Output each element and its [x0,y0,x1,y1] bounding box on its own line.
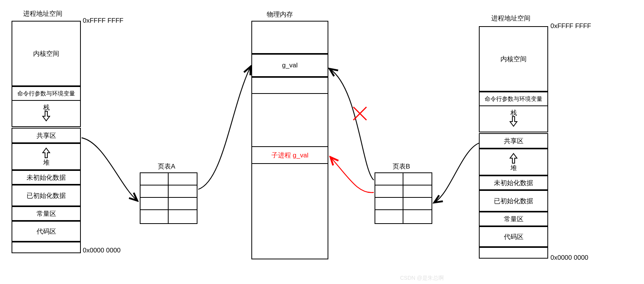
left-stack: 栈 [12,100,81,127]
right-env-label: 命令行参数与环境变量 [485,95,542,103]
left-title: 进程地址空间 [23,9,62,18]
phys-slot-0 [251,21,328,54]
right-title: 进程地址空间 [491,14,530,23]
left-stack-label: 栈 [43,104,50,111]
right-heap: 堆 [479,149,548,175]
phys-child-gval-label: 子进程 g_val [271,151,308,160]
left-text: 代码区 [12,221,81,242]
right-text: 代码区 [479,226,548,247]
phys-child-gval: 子进程 g_val [251,146,328,164]
pta-title: 页表A [158,162,175,171]
left-heap: 堆 [12,143,81,170]
page-table-b [375,172,432,225]
right-low-addr: 0x0000 0000 [550,254,588,262]
right-env: 命令行参数与环境变量 [479,92,548,106]
phys-slot-2 [251,77,328,94]
right-bss: 未初始化数据 [479,175,548,190]
right-rodata: 常量区 [479,212,548,226]
right-heap-label: 堆 [510,165,517,171]
right-high-addr: 0xFFFF FFFF [550,22,591,30]
watermark: CSDN @是朱总啊 [400,275,444,282]
left-heap-label: 堆 [43,159,50,166]
right-stack: 栈 [479,105,548,132]
left-kernel: 内核空间 [12,21,81,86]
left-low-addr: 0x0000 0000 [83,247,120,254]
down-arrow-glyph [42,111,50,123]
right-stack-label: 栈 [510,110,517,116]
left-env: 命令行参数与环境变量 [12,86,81,101]
right-kernel: 内核空间 [479,26,548,92]
left-shared: 共享区 [12,128,81,143]
left-rodata: 常量区 [12,206,81,221]
phys-gval: g_val [251,54,328,77]
left-high-addr: 0xFFFF FFFF [83,17,124,25]
left-bss: 未初始化数据 [12,170,81,185]
page-table-a [140,172,197,225]
left-bottom-pad [12,242,81,253]
up-arrow-glyph [42,147,50,159]
ptb-title: 页表B [393,162,410,171]
down-arrow-glyph [509,116,518,128]
left-env-label: 命令行参数与环境变量 [17,90,75,97]
phys-title: 物理内存 [267,10,293,19]
right-shared: 共享区 [479,133,548,149]
up-arrow-glyph [509,153,518,165]
right-bottom-pad [479,247,548,259]
left-data: 已初始化数据 [12,185,81,206]
right-data: 已初始化数据 [479,190,548,212]
